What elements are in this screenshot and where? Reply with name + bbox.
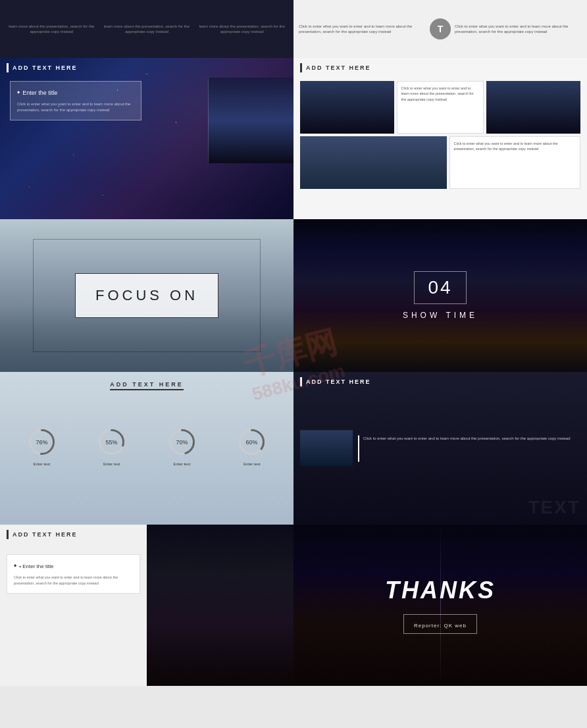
slide-5-1-left: ADD TEXT HERE • Enter the title Click to… [0, 525, 147, 686]
circle-item-2: 55% Enter text [97, 427, 126, 466]
slide-1-1: learn more about the presentation, searc… [0, 0, 294, 58]
circle-label-1: Enter text [33, 462, 50, 466]
text-block-2: learn more about the presentation, searc… [101, 24, 193, 35]
text-block-3: learn more about the presentation, searc… [195, 24, 288, 35]
t-icon: T [430, 18, 451, 39]
panel-img-3 [300, 136, 447, 189]
header-bar-5 [7, 530, 9, 539]
panel-top-row: Click to enter what you want to enter an… [300, 81, 580, 134]
content-row-4-2: Click to enter what you want to enter an… [300, 430, 580, 467]
slide-1-2-content: Click to enter what you want to enter an… [294, 0, 587, 58]
slide-4-1-header: ADD TEXT HERE [110, 381, 184, 390]
panels: Click to enter what you want to enter an… [300, 81, 580, 213]
slide-2-2-header: ADD TEXT HERE [300, 63, 371, 72]
panel-text-1: Click to enter what you want to enter an… [397, 81, 484, 134]
text-block-1: learn more about the presentation, searc… [5, 24, 98, 35]
body-text-4-2: Click to enter what you want to enter an… [363, 435, 571, 442]
galaxy-line [440, 525, 441, 686]
header-bar-2 [300, 63, 302, 72]
slide-2-2: ADD TEXT HERE Click to enter what you wa… [294, 58, 587, 219]
header-text-2: ADD TEXT HERE [306, 65, 371, 71]
circle-chart-2: 55% [97, 427, 126, 457]
slide-4-1-header-area: ADD TEXT HERE [0, 377, 294, 390]
slide-5-1-header: ADD TEXT HERE [7, 530, 78, 539]
header-bar-4-2 [300, 377, 302, 386]
panel-img-1 [300, 81, 394, 134]
slide-1-2: Click to enter what you want to enter an… [294, 0, 587, 58]
header-text: ADD TEXT HERE [13, 65, 78, 71]
reporter-box: Reporter: QK web [403, 614, 477, 634]
text-block-right: Click to enter what you want to enter an… [455, 24, 582, 35]
svg-text:60%: 60% [246, 439, 258, 446]
panel-bottom-row: Click to enter what you want to enter an… [300, 136, 580, 189]
slide-5-1: ADD TEXT HERE • Enter the title Click to… [0, 525, 294, 686]
circle-item-1: 76% Enter text [27, 427, 57, 466]
slide-4-2-header: ADD TEXT HERE [300, 377, 371, 386]
overlay-title: Enter the title [17, 88, 134, 97]
bg-text-large: TEXT [528, 497, 580, 518]
slide-5-2: THANKS Reporter: QK web [294, 525, 587, 686]
thumb-image [300, 430, 353, 467]
svg-text:76%: 76% [36, 439, 47, 446]
text-bar [358, 435, 359, 461]
svg-text:70%: 70% [176, 439, 188, 446]
main-grid: learn more about the presentation, searc… [0, 0, 587, 686]
focus-title: FOCUS ON [95, 287, 198, 303]
circle-label-3: Enter text [173, 462, 190, 466]
slide-1-1-content: learn more about the presentation, searc… [0, 0, 294, 58]
circle-chart-4: 60% [237, 427, 267, 457]
number-box: 04 [414, 271, 466, 304]
slide-number: 04 [428, 277, 452, 298]
circles-row: 76% Enter text 55% Enter text 70% [0, 395, 294, 498]
circle-chart-3: 70% [167, 427, 197, 457]
focus-box: FOCUS ON [75, 273, 218, 318]
thanks-title: THANKS [385, 577, 496, 604]
slide-5-1-right [147, 525, 294, 686]
text-block-left: Click to enter what you want to enter an… [299, 24, 426, 35]
circle-item-3: 70% Enter text [167, 427, 197, 466]
slide-3-2: 04 SHOW TIME [294, 219, 587, 372]
bullet-box-5: • Enter the title Click to enter what yo… [7, 554, 140, 594]
circle-label-2: Enter text [103, 462, 120, 466]
bullet-title-5: • Enter the title [14, 561, 133, 571]
panel-img-2 [486, 81, 580, 134]
show-time-text: SHOW TIME [403, 311, 478, 320]
reporter-text: Reporter: QK web [414, 623, 467, 629]
circle-item-4: 60% Enter text [237, 427, 267, 466]
header-bar [7, 63, 9, 72]
image-right [208, 78, 294, 163]
svg-text:55%: 55% [106, 439, 118, 446]
body-text-5: Click to enter what you want to enter an… [14, 575, 133, 586]
slide-4-2: ADD TEXT HERE Click to enter what you wa… [294, 372, 587, 525]
text-content-4-2: Click to enter what you want to enter an… [358, 435, 580, 461]
slide-2-1: ADD TEXT HERE Enter the title Click to e… [0, 58, 294, 219]
panel-text-2: Click to enter what you want to enter an… [449, 136, 580, 189]
slide-5-1-header-text: ADD TEXT HERE [13, 531, 78, 538]
text-overlay: Enter the title Click to enter what you … [10, 81, 141, 120]
circle-chart-1: 76% [27, 427, 57, 457]
overlay-body: Click to enter what you want to enter an… [17, 101, 134, 113]
circle-label-4: Enter text [243, 462, 261, 466]
slide-4-1: ADD TEXT HERE 76% Enter text 55% Ente [0, 372, 294, 525]
slide-3-1: FOCUS ON [0, 219, 294, 372]
slide-2-1-header: ADD TEXT HERE [7, 63, 78, 72]
header-text-4-2: ADD TEXT HERE [306, 378, 371, 385]
